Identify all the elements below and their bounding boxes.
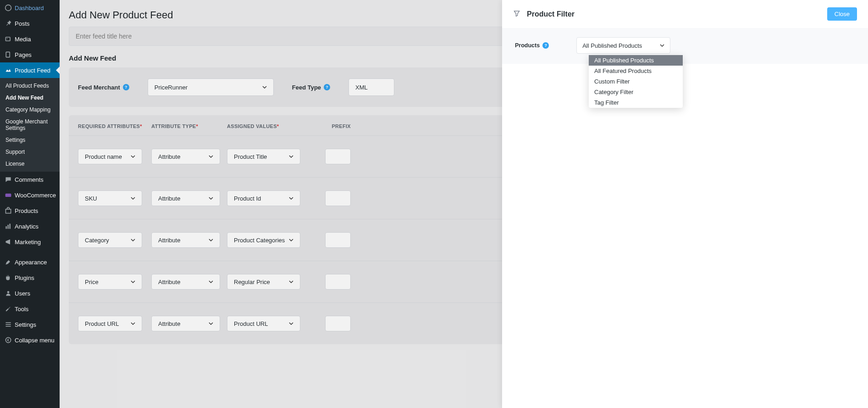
- pages-icon: [4, 50, 13, 59]
- products-icon: [4, 206, 13, 215]
- pin-icon: [4, 19, 13, 28]
- nav-label: Tools: [15, 306, 28, 313]
- subnav-license[interactable]: License: [0, 158, 60, 170]
- nav-posts[interactable]: Posts: [0, 16, 60, 31]
- subnav-settings[interactable]: Settings: [0, 134, 60, 146]
- tools-icon: [4, 304, 13, 313]
- merchant-label: Feed Merchant ?: [78, 84, 129, 91]
- nav-collapse[interactable]: Collapse menu: [0, 332, 60, 348]
- product-filter-drawer: Product Filter Close Products ? All Publ…: [502, 0, 868, 408]
- nav-label: Plugins: [15, 274, 34, 281]
- nav-label: Settings: [15, 321, 36, 328]
- nav-label: Product Feed: [15, 67, 50, 74]
- required-attr-select[interactable]: Product URL: [78, 316, 142, 331]
- feedtype-label: Feed Type ?: [292, 84, 330, 91]
- svg-rect-4: [6, 194, 11, 197]
- nav-users[interactable]: Users: [0, 285, 60, 301]
- svg-rect-10: [6, 322, 11, 323]
- svg-rect-8: [9, 224, 10, 229]
- chevron-down-icon: [131, 321, 135, 326]
- chevron-down-icon: [209, 196, 213, 201]
- chevron-down-icon: [262, 85, 267, 89]
- close-button[interactable]: Close: [827, 7, 857, 21]
- subnav-add-new[interactable]: Add New Feed: [0, 92, 60, 104]
- feedtype-select[interactable]: XML: [348, 78, 394, 96]
- attr-type-select[interactable]: Attribute: [151, 232, 220, 248]
- help-icon[interactable]: ?: [542, 42, 549, 49]
- chevron-down-icon: [209, 321, 213, 326]
- chevron-down-icon: [209, 154, 213, 159]
- svg-rect-7: [7, 225, 8, 229]
- plugins-icon: [4, 273, 13, 282]
- dropdown-option[interactable]: Custom Filter: [589, 76, 683, 87]
- nav-analytics[interactable]: Analytics: [0, 218, 60, 234]
- nav-product-feed[interactable]: Product Feed: [0, 62, 60, 78]
- nav-dashboard[interactable]: Dashboard: [0, 0, 60, 16]
- required-attr-select[interactable]: Product name: [78, 149, 142, 164]
- appearance-icon: [4, 257, 13, 267]
- nav-pages[interactable]: Pages: [0, 47, 60, 62]
- attr-type-select[interactable]: Attribute: [151, 190, 220, 206]
- assigned-value-select[interactable]: Product URL: [227, 316, 300, 331]
- attr-type-select[interactable]: Attribute: [151, 149, 220, 164]
- dropdown-option[interactable]: Category Filter: [589, 87, 683, 97]
- nav-woocommerce[interactable]: WooCommerce: [0, 187, 60, 203]
- merchant-select[interactable]: PriceRunner: [148, 78, 274, 96]
- assigned-value-select[interactable]: Product Categories: [227, 232, 300, 248]
- dropdown-option[interactable]: Tag Filter: [589, 97, 683, 108]
- dropdown-option[interactable]: All Published Products: [589, 55, 683, 66]
- svg-rect-1: [6, 37, 10, 41]
- nav-tools[interactable]: Tools: [0, 301, 60, 317]
- chevron-down-icon: [660, 43, 664, 48]
- chevron-down-icon: [289, 279, 293, 284]
- help-icon[interactable]: ?: [123, 84, 129, 90]
- svg-rect-12: [6, 326, 11, 327]
- required-attr-select[interactable]: Category: [78, 232, 142, 248]
- nav-label: Media: [15, 36, 31, 43]
- subnav-support[interactable]: Support: [0, 146, 60, 158]
- chevron-down-icon: [131, 196, 135, 201]
- assigned-value-select[interactable]: Regular Price: [227, 274, 300, 290]
- required-attr-select[interactable]: Price: [78, 274, 142, 290]
- nav-label: Comments: [15, 176, 44, 183]
- chevron-down-icon: [131, 279, 135, 284]
- chevron-down-icon: [209, 279, 213, 284]
- nav-settings[interactable]: Settings: [0, 317, 60, 332]
- products-select[interactable]: All Published Products: [576, 37, 670, 54]
- subnav-google-merchant[interactable]: Google Merchant Settings: [0, 116, 60, 134]
- assigned-value-select[interactable]: Product Id: [227, 190, 300, 206]
- analytics-icon: [4, 222, 13, 231]
- attr-type-select[interactable]: Attribute: [151, 316, 220, 331]
- svg-point-9: [7, 291, 10, 293]
- dropdown-option[interactable]: All Featured Products: [589, 66, 683, 76]
- attr-type-select[interactable]: Attribute: [151, 274, 220, 290]
- nav-comments[interactable]: Comments: [0, 172, 60, 187]
- required-attr-select[interactable]: SKU: [78, 190, 142, 206]
- nav-marketing[interactable]: Marketing: [0, 234, 60, 250]
- prefix-input[interactable]: [325, 149, 351, 164]
- svg-point-13: [6, 337, 11, 342]
- prefix-input[interactable]: [325, 232, 351, 248]
- svg-rect-11: [6, 324, 11, 325]
- nav-products[interactable]: Products: [0, 203, 60, 218]
- nav-appearance[interactable]: Appearance: [0, 254, 60, 270]
- nav-label: Users: [15, 290, 30, 297]
- subnav-all-feeds[interactable]: All Product Feeds: [0, 80, 60, 92]
- nav-plugins[interactable]: Plugins: [0, 270, 60, 285]
- svg-rect-3: [6, 52, 10, 57]
- prefix-input[interactable]: [325, 190, 351, 206]
- nav-media[interactable]: Media: [0, 31, 60, 47]
- svg-point-2: [7, 38, 8, 39]
- users-icon: [4, 289, 13, 298]
- prefix-input[interactable]: [325, 316, 351, 331]
- nav-label: Pages: [15, 51, 32, 58]
- help-icon[interactable]: ?: [324, 84, 330, 90]
- subnav-category-mapping[interactable]: Category Mapping: [0, 104, 60, 116]
- collapse-icon: [4, 335, 13, 345]
- settings-icon: [4, 320, 13, 329]
- prefix-input[interactable]: [325, 274, 351, 290]
- assigned-value-select[interactable]: Product Title: [227, 149, 300, 164]
- nav-label: Collapse menu: [15, 337, 55, 344]
- drawer-title: Product Filter: [527, 10, 575, 18]
- svg-rect-5: [6, 209, 11, 213]
